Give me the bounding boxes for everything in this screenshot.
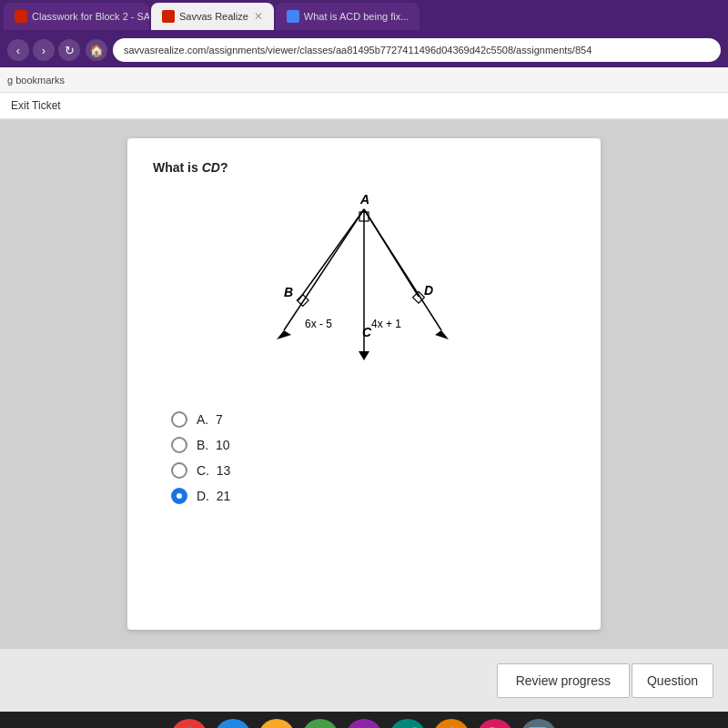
diagram-container: A B D C 6x - 5 4x + 1 xyxy=(153,189,575,389)
svg-line-0 xyxy=(284,209,364,330)
radio-d[interactable] xyxy=(171,488,187,504)
radio-b[interactable] xyxy=(171,437,187,453)
tab-2-active[interactable]: Savvas Realize ✕ xyxy=(151,3,274,30)
svg-text:6x - 5: 6x - 5 xyxy=(305,318,332,330)
tab2-favicon xyxy=(162,10,175,23)
option-a-row[interactable]: A. 7 xyxy=(171,411,575,428)
bookmarks-label: g bookmarks xyxy=(7,75,65,86)
taskbar-icon-2[interactable]: 📧 xyxy=(215,719,251,728)
browser-chrome: Classwork for Block 2 - SA Savvas Realiz… xyxy=(0,0,728,67)
address-bar: ‹ › ↻ 🏠 xyxy=(0,33,728,67)
svg-line-7 xyxy=(364,209,419,297)
nav-buttons: ‹ › ↻ xyxy=(7,39,80,61)
svg-text:A: A xyxy=(359,192,369,207)
taskbar-icon-3[interactable]: 📁 xyxy=(258,719,295,728)
home-button[interactable]: 🏠 xyxy=(86,39,107,61)
question-button[interactable]: Question xyxy=(632,663,713,698)
tab1-favicon xyxy=(15,10,27,23)
review-progress-button[interactable]: Review progress xyxy=(497,663,630,698)
exit-ticket-label: Exit Ticket xyxy=(11,99,61,112)
option-c-label: C. 13 xyxy=(197,463,230,478)
tab-1[interactable]: Classwork for Block 2 - SA xyxy=(4,3,149,30)
svg-line-6 xyxy=(298,209,364,300)
geometry-diagram: A B D C 6x - 5 4x + 1 xyxy=(237,189,491,389)
taskbar-icon-6[interactable]: 🎬 xyxy=(389,719,426,728)
svg-text:D: D xyxy=(424,283,433,298)
radio-c[interactable] xyxy=(171,462,187,479)
refresh-button[interactable]: ↻ xyxy=(58,39,80,61)
tab2-label: Savvas Realize xyxy=(179,11,248,22)
bookmarks-bar: g bookmarks xyxy=(0,67,728,93)
taskbar-icon-1[interactable]: 🌐 xyxy=(171,719,207,728)
option-a-label: A. 7 xyxy=(197,412,223,427)
option-d-row[interactable]: D. 21 xyxy=(171,488,575,504)
taskbar-icon-4[interactable]: 🎵 xyxy=(302,719,339,728)
svg-text:4x + 1: 4x + 1 xyxy=(371,318,401,330)
tab3-label: What is ACD being fix... xyxy=(304,11,410,22)
answer-options: A. 7 B. 10 C. 13 D. 21 xyxy=(153,411,575,504)
taskbar-icon-8[interactable]: 🔍 xyxy=(477,719,513,728)
radio-a[interactable] xyxy=(171,411,187,428)
tab-bar: Classwork for Block 2 - SA Savvas Realiz… xyxy=(0,0,728,33)
taskbar-icon-5[interactable]: 📷 xyxy=(346,719,382,728)
svg-text:B: B xyxy=(284,285,293,299)
question-label: What is CD? xyxy=(153,160,575,175)
page-header: Exit Ticket xyxy=(0,93,728,120)
taskbar-icon-7[interactable]: ⚙️ xyxy=(433,719,470,728)
tab2-close-icon[interactable]: ✕ xyxy=(254,10,263,23)
content-area: What is CD? xyxy=(0,120,728,648)
taskbar: 🌐 📧 📁 🎵 📷 🎬 ⚙️ 🔍 📝 xyxy=(0,712,728,728)
option-c-row[interactable]: C. 13 xyxy=(171,462,575,479)
option-d-label: D. 21 xyxy=(197,489,230,503)
option-b-label: B. 10 xyxy=(197,438,230,452)
tab1-label: Classwork for Block 2 - SA xyxy=(32,11,149,22)
tab-3[interactable]: What is ACD being fix... xyxy=(276,3,420,30)
question-card: What is CD? xyxy=(127,138,601,630)
footer-area: Review progress Question xyxy=(0,648,728,712)
taskbar-icon-9[interactable]: 📝 xyxy=(521,719,557,728)
option-b-row[interactable]: B. 10 xyxy=(171,437,575,453)
svg-marker-3 xyxy=(435,330,449,339)
svg-marker-5 xyxy=(359,351,369,360)
address-input[interactable] xyxy=(113,38,721,62)
tab3-favicon xyxy=(287,10,299,23)
forward-button[interactable]: › xyxy=(33,39,55,61)
svg-marker-1 xyxy=(277,330,291,339)
back-button[interactable]: ‹ xyxy=(7,39,29,61)
